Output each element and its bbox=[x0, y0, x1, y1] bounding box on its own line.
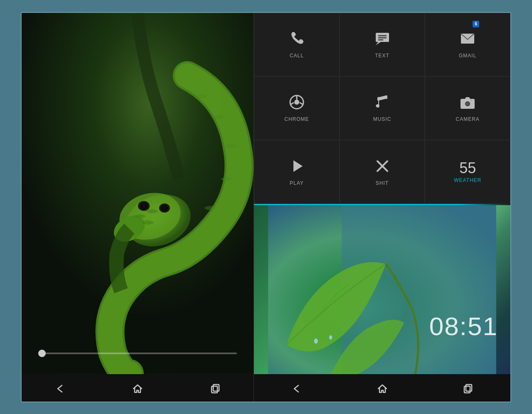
outer-container: CALL TEXT 6 bbox=[21, 12, 511, 402]
leaf-svg bbox=[254, 205, 510, 374]
slider-track bbox=[38, 353, 237, 354]
app-cell-shit[interactable]: SHIT bbox=[340, 140, 425, 203]
app-grid: CALL TEXT 6 bbox=[254, 13, 510, 204]
right-home-button[interactable] bbox=[372, 378, 393, 399]
music-label: MUSIC bbox=[373, 116, 392, 122]
svg-rect-11 bbox=[213, 385, 219, 391]
gmail-badge: 6 bbox=[473, 21, 479, 27]
svg-rect-36 bbox=[464, 386, 470, 393]
camera-label: CAMERA bbox=[456, 116, 480, 122]
play-label: PLAY bbox=[290, 180, 304, 186]
svg-point-35 bbox=[329, 335, 332, 340]
svg-rect-10 bbox=[212, 386, 217, 393]
back-button[interactable] bbox=[50, 378, 71, 399]
svg-point-27 bbox=[470, 99, 472, 101]
app-cell-call[interactable]: CALL bbox=[254, 13, 340, 76]
snake-svg bbox=[22, 13, 254, 374]
chrome-label: CHROME bbox=[284, 116, 309, 122]
leaf-background bbox=[254, 205, 510, 374]
svg-point-34 bbox=[314, 338, 318, 343]
svg-rect-37 bbox=[466, 385, 472, 391]
slider-thumb[interactable] bbox=[38, 350, 46, 357]
right-nav-bar bbox=[254, 374, 510, 402]
clock-display: 08:51 bbox=[429, 311, 498, 341]
gmail-label: GMAIL bbox=[459, 53, 476, 59]
app-cell-gmail[interactable]: 6 GMAIL bbox=[425, 13, 510, 76]
play-icon bbox=[288, 158, 305, 177]
svg-point-23 bbox=[376, 104, 379, 108]
left-nav-bar bbox=[22, 374, 254, 402]
app-cell-chrome[interactable]: CHROME bbox=[254, 76, 340, 140]
svg-point-19 bbox=[294, 100, 299, 105]
x-icon bbox=[374, 158, 391, 177]
shit-label: SHIT bbox=[376, 180, 389, 186]
chrome-icon bbox=[288, 94, 305, 113]
recents-button[interactable] bbox=[204, 378, 225, 399]
snake-body bbox=[22, 13, 254, 374]
brightness-slider[interactable] bbox=[38, 349, 237, 358]
left-screen bbox=[22, 13, 254, 374]
app-cell-play[interactable]: PLAY bbox=[254, 140, 340, 203]
right-back-button[interactable] bbox=[286, 378, 307, 399]
phone-left bbox=[22, 13, 254, 402]
svg-point-26 bbox=[466, 102, 469, 105]
right-recents-button[interactable] bbox=[457, 378, 478, 399]
weather-temp: 55 bbox=[459, 161, 476, 176]
app-cell-weather[interactable]: 55 WEATHER bbox=[425, 140, 510, 203]
svg-marker-28 bbox=[293, 160, 303, 172]
svg-marker-13 bbox=[376, 42, 381, 45]
svg-point-9 bbox=[163, 206, 166, 210]
weather-label: WEATHER bbox=[454, 177, 481, 183]
home-button[interactable] bbox=[127, 378, 148, 399]
call-label: CALL bbox=[290, 53, 304, 59]
home-screen: 08:51 bbox=[254, 205, 510, 374]
camera-icon bbox=[459, 94, 476, 113]
phone-right: CALL TEXT 6 bbox=[254, 13, 510, 402]
app-cell-text[interactable]: TEXT bbox=[340, 13, 425, 76]
svg-rect-0 bbox=[22, 13, 254, 373]
app-cell-camera[interactable]: CAMERA bbox=[425, 76, 510, 140]
text-label: TEXT bbox=[375, 53, 389, 59]
svg-point-6 bbox=[142, 203, 145, 208]
text-icon bbox=[374, 30, 391, 49]
phone-icon bbox=[288, 30, 305, 49]
app-cell-music[interactable]: MUSIC bbox=[340, 76, 425, 140]
mail-icon bbox=[459, 30, 476, 49]
music-icon bbox=[374, 94, 391, 113]
